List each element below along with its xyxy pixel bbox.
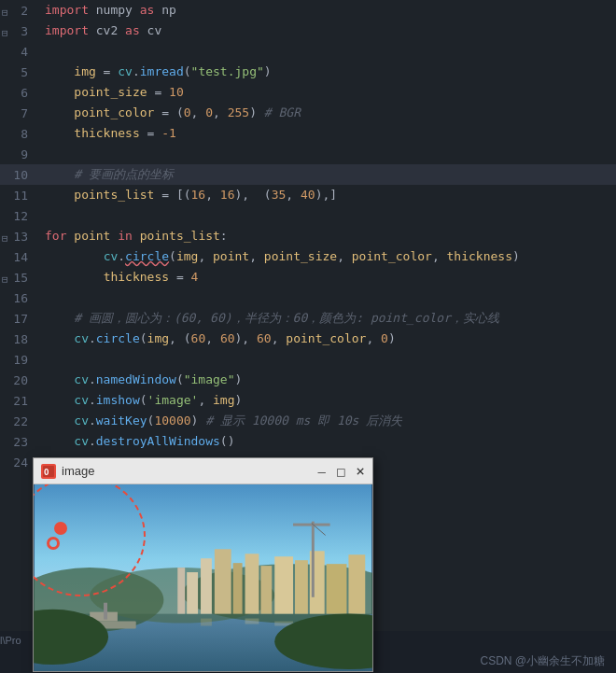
line-number-18: 18: [0, 332, 37, 346]
code-line-5: 5 img = cv.imread("test.jpg"): [0, 62, 616, 82]
window-controls: – □ ×: [317, 464, 365, 479]
line-content-14: cv.circle(img, point, point_size, point_…: [37, 246, 520, 267]
line-number-3: ⊟ 3: [0, 24, 37, 38]
code-line-9: 9: [0, 144, 616, 164]
line-number-2: ⊟ 2: [0, 4, 37, 18]
line-number-23: 23: [0, 435, 37, 449]
opencv-icon: O: [43, 466, 54, 477]
close-button[interactable]: ×: [356, 464, 365, 479]
code-line-2: ⊟ 2 import numpy as np: [0, 0, 616, 21]
svg-rect-20: [177, 568, 185, 614]
svg-rect-11: [260, 566, 272, 613]
svg-rect-9: [233, 563, 243, 613]
svg-text:O: O: [44, 468, 49, 477]
line-number-13: ⊟ 13: [0, 230, 37, 244]
svg-rect-23: [245, 619, 259, 624]
code-lines: ⊟ 2 import numpy as np ⊟ 3 import cv2 as…: [0, 0, 616, 472]
fold-icon-15[interactable]: ⊟: [2, 273, 8, 286]
svg-rect-16: [348, 554, 365, 613]
line-content-13: for point in points_list:: [37, 226, 228, 246]
maximize-button[interactable]: □: [337, 465, 344, 478]
window-titlebar: O image – □ ×: [34, 458, 372, 484]
line-number-8: 8: [0, 127, 37, 141]
code-editor: ⊟ 2 import numpy as np ⊟ 3 import cv2 as…: [0, 0, 616, 673]
code-line-11: 11 points_list = [(16, 16), (35, 40),]: [0, 185, 616, 205]
code-line-17: 17 # 画圆，圆心为：(60, 60)，半径为：60，颜色为: point_c…: [0, 308, 616, 329]
line-number-24: 24: [0, 456, 37, 470]
code-line-14: 14 cv.circle(img, point, point_size, poi…: [0, 246, 616, 267]
line-number-22: 22: [0, 414, 37, 428]
code-line-8: 8 thickness = -1: [0, 123, 616, 144]
line-number-9: 9: [0, 147, 37, 161]
fold-icon-2[interactable]: ⊟: [2, 7, 8, 19]
line-content-3: import cv2 as cv: [37, 21, 161, 41]
watermark-text: CSDN @小幽余生不加糖: [480, 653, 605, 669]
svg-rect-12: [274, 556, 293, 613]
code-line-22: 22 cv.waitKey(10000) # 显示 10000 ms 即 10s…: [0, 411, 616, 431]
line-number-19: 19: [0, 353, 37, 367]
line-content-11: points_list = [(16, 16), (35, 40),]: [37, 185, 337, 205]
window-image-content: [34, 484, 372, 671]
line-content-20: cv.namedWindow("image"): [37, 370, 242, 390]
line-number-4: 4: [0, 45, 37, 59]
line-content-8: thickness = -1: [37, 123, 176, 144]
line-number-15: ⊟ 15: [0, 271, 37, 285]
line-number-11: 11: [0, 189, 37, 203]
line-number-6: 6: [0, 86, 37, 100]
line-content-18: cv.circle(img, (60, 60), 60, point_color…: [37, 329, 396, 349]
line-number-16: 16: [0, 291, 37, 305]
image-window[interactable]: O image – □ ×: [33, 457, 373, 672]
code-line-3: ⊟ 3 import cv2 as cv: [0, 21, 616, 41]
code-line-16: 16: [0, 287, 616, 308]
line-number-21: 21: [0, 394, 37, 408]
line-content-6: point_size = 10: [37, 82, 184, 103]
code-line-21: 21 cv.imshow('image', img): [0, 390, 616, 411]
line-content-22: cv.waitKey(10000) # 显示 10000 ms 即 10s 后消…: [37, 411, 402, 431]
svg-rect-22: [201, 619, 212, 626]
line-number-20: 20: [0, 373, 37, 387]
line-number-7: 7: [0, 106, 37, 120]
line-number-17: 17: [0, 312, 37, 326]
svg-rect-8: [215, 549, 231, 613]
line-content-21: cv.imshow('image', img): [37, 390, 242, 411]
code-line-20: 20 cv.namedWindow("image"): [0, 370, 616, 390]
minimize-button[interactable]: –: [317, 465, 325, 478]
svg-rect-27: [104, 603, 107, 620]
code-line-15: ⊟ 15 thickness = 4: [0, 267, 616, 287]
code-line-4: 4: [0, 41, 616, 62]
code-line-7: 7 point_color = (0, 0, 255) # BGR: [0, 103, 616, 123]
svg-rect-21: [187, 572, 198, 614]
code-line-19: 19: [0, 349, 616, 370]
line-content-7: point_color = (0, 0, 255) # BGR: [37, 103, 301, 123]
fold-icon-3[interactable]: ⊟: [2, 27, 8, 39]
line-number-14: 14: [0, 250, 37, 264]
code-line-6: 6 point_size = 10: [0, 82, 616, 103]
line-number-10: 10: [0, 168, 37, 182]
line-content-5: img = cv.imread("test.jpg"): [37, 62, 272, 82]
code-line-10: 10 # 要画的点的坐标: [0, 164, 616, 185]
line-content-23: cv.destroyAllWindows(): [37, 431, 235, 452]
window-title: image: [62, 464, 317, 478]
line-number-12: 12: [0, 209, 37, 223]
line-content-17: # 画圆，圆心为：(60, 60)，半径为：60，颜色为: point_colo…: [37, 308, 499, 329]
svg-rect-10: [245, 554, 259, 613]
window-app-icon: O: [41, 464, 56, 479]
code-line-23: 23 cv.destroyAllWindows(): [0, 431, 616, 452]
fold-icon-13[interactable]: ⊟: [2, 232, 8, 245]
code-line-18: 18 cv.circle(img, (60, 60), 60, point_co…: [0, 329, 616, 349]
code-line-13: ⊟ 13 for point in points_list:: [0, 226, 616, 246]
line-number-5: 5: [0, 65, 37, 79]
svg-rect-13: [295, 560, 308, 613]
line-content-2: import numpy as np: [37, 0, 176, 21]
svg-rect-17: [312, 522, 315, 597]
svg-rect-15: [327, 564, 347, 613]
svg-rect-7: [201, 558, 212, 613]
line-content-10: # 要画的点的坐标: [37, 164, 174, 185]
line-content-15: thickness = 4: [37, 267, 198, 287]
code-line-12: 12: [0, 205, 616, 226]
